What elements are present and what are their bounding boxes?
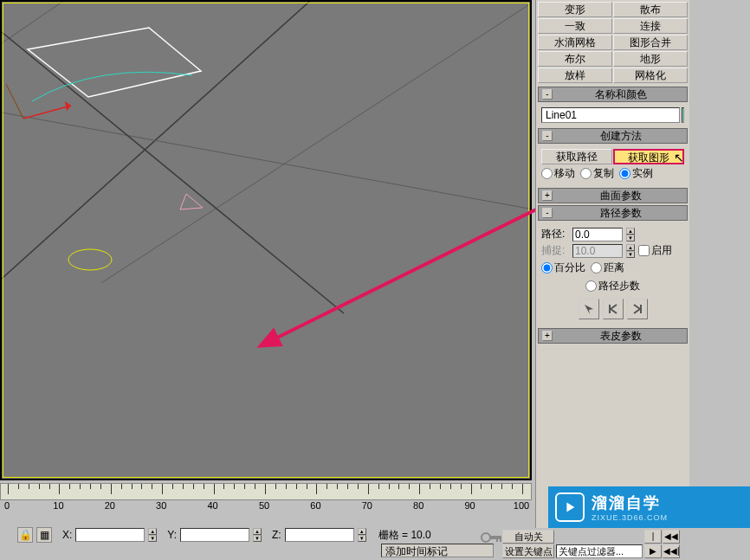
- rollout-title: 路径参数: [558, 206, 683, 221]
- lock-icon[interactable]: 🔒: [17, 527, 33, 543]
- enable-snap-checkbox[interactable]: [638, 245, 650, 256]
- x-spinner[interactable]: ▲▼: [148, 528, 157, 542]
- x-input[interactable]: [75, 528, 145, 542]
- selection-icon[interactable]: ▦: [36, 527, 52, 543]
- radio-percent-label: 百分比: [554, 261, 585, 275]
- logo-subtitle: ZIXUE.3D66.COM: [592, 513, 668, 522]
- z-label: Z:: [272, 529, 281, 541]
- y-input[interactable]: [180, 528, 249, 542]
- svg-marker-19: [566, 503, 574, 512]
- btn-blobmesh[interactable]: 水滴网格: [538, 35, 612, 50]
- svg-line-6: [23, 106, 71, 119]
- svg-point-13: [482, 533, 490, 542]
- key-filter-dropdown[interactable]: [556, 544, 643, 558]
- set-key-button[interactable]: 设置关键点: [502, 544, 554, 558]
- svg-marker-5: [28, 28, 201, 97]
- path-label: 路径:: [541, 227, 569, 241]
- btn-scatter[interactable]: 散布: [613, 2, 688, 17]
- svg-rect-16: [500, 536, 501, 542]
- goto-end-button[interactable]: ◀◀|: [663, 544, 680, 558]
- collapse-toggle[interactable]: -: [542, 208, 553, 218]
- rollout-skin-params[interactable]: + 表皮参数: [538, 328, 688, 344]
- object-color-swatch[interactable]: [682, 107, 684, 123]
- expand-toggle[interactable]: +: [542, 331, 553, 341]
- rollout-title: 创建方法: [558, 129, 683, 144]
- timeline-ruler[interactable]: 0102030405060708090100: [0, 483, 532, 509]
- get-shape-button[interactable]: 获取图形 ↖: [613, 149, 684, 164]
- ruler-label: 20: [105, 500, 115, 511]
- viewport-3d[interactable]: [0, 0, 532, 480]
- svg-line-3: [2, 113, 530, 209]
- y-label: Y:: [167, 529, 177, 541]
- svg-marker-7: [65, 101, 71, 111]
- watermark-banner: 溜溜自学 ZIXUE.3D66.COM: [548, 486, 750, 528]
- get-path-button[interactable]: 获取路径: [541, 149, 612, 164]
- btn-conform[interactable]: 一致: [538, 18, 612, 34]
- z-spinner[interactable]: ▲▼: [358, 528, 366, 542]
- svg-line-4: [2, 32, 344, 313]
- radio-instance-label: 实例: [632, 166, 653, 181]
- ruler-label: 50: [259, 500, 269, 511]
- ruler-label: 0: [4, 500, 10, 511]
- cursor-icon: ↖: [674, 151, 684, 164]
- collapse-toggle[interactable]: -: [542, 131, 553, 141]
- radio-pathsteps-label: 路径步数: [598, 279, 640, 293]
- btn-terrain[interactable]: 地形: [613, 51, 688, 67]
- pick-icon[interactable]: [579, 299, 599, 319]
- viewport-scene: [2, 2, 530, 479]
- radio-move-label: 移动: [554, 166, 575, 181]
- svg-point-10: [68, 249, 112, 270]
- next-path-icon[interactable]: [627, 299, 648, 319]
- prev-path-icon[interactable]: [603, 299, 624, 319]
- prev-frame-button[interactable]: ◀◀: [663, 530, 680, 544]
- auto-key-button[interactable]: 自动关键……: [502, 530, 554, 544]
- ruler-label: 90: [464, 500, 475, 511]
- x-label: X:: [62, 529, 72, 541]
- radio-instance[interactable]: [619, 168, 630, 179]
- ruler-label: 80: [413, 500, 423, 511]
- expand-toggle[interactable]: +: [542, 190, 553, 201]
- rollout-name-color[interactable]: - 名称和颜色: [538, 87, 688, 102]
- y-spinner[interactable]: ▲▼: [253, 528, 262, 542]
- get-shape-label: 获取图形: [628, 151, 669, 164]
- ruler-label: 70: [362, 500, 372, 511]
- btn-deform[interactable]: 变形: [538, 2, 612, 17]
- btn-boolean[interactable]: 布尔: [538, 51, 612, 67]
- animation-controls: 自动关键…… 设置关键点 |◀◀ ◀◀ ▶ ◀◀|: [502, 530, 750, 559]
- snap-spinner: ▲▼: [626, 244, 635, 258]
- rollout-surface-params[interactable]: + 曲面参数: [538, 188, 688, 203]
- play-button[interactable]: ▶: [644, 544, 662, 558]
- z-input[interactable]: [285, 528, 354, 542]
- radio-copy[interactable]: [580, 168, 592, 179]
- snap-value-input: [572, 244, 623, 258]
- rollout-title: 名称和颜色: [558, 87, 683, 102]
- btn-loft[interactable]: 放样: [538, 68, 612, 83]
- rollout-path-params[interactable]: - 路径参数: [538, 205, 688, 221]
- coordinate-bar: 🔒 ▦ X: ▲▼ Y: ▲▼ Z: ▲▼ 栅格 = 10.0: [0, 526, 476, 544]
- rollout-title: 表皮参数: [558, 329, 683, 344]
- ruler-label: 60: [310, 500, 320, 511]
- collapse-toggle[interactable]: -: [542, 89, 553, 100]
- radio-percent[interactable]: [541, 262, 553, 274]
- radio-copy-label: 复制: [593, 166, 614, 181]
- btn-connect[interactable]: 连接: [613, 18, 688, 34]
- radio-pathsteps[interactable]: [585, 280, 597, 292]
- goto-start-button[interactable]: |◀◀: [644, 530, 662, 544]
- path-value-input[interactable]: [572, 228, 623, 241]
- radio-distance[interactable]: [591, 262, 602, 274]
- svg-rect-15: [496, 536, 498, 542]
- radio-distance-label: 距离: [604, 261, 624, 275]
- radio-move[interactable]: [541, 168, 553, 179]
- svg-marker-9: [180, 194, 203, 209]
- play-logo-icon: [555, 492, 585, 522]
- rollout-create-method[interactable]: - 创建方法: [538, 128, 688, 144]
- snap-label: 捕捉:: [541, 243, 569, 258]
- btn-mesher[interactable]: 网格化: [613, 68, 688, 83]
- object-name-input[interactable]: [541, 107, 680, 123]
- compound-object-buttons: 变形 散布 一致 连接 水滴网格 图形合并 布尔 地形 放样 网格化: [538, 2, 688, 83]
- enable-label: 启用: [651, 243, 672, 258]
- btn-shapemerge[interactable]: 图形合并: [613, 35, 688, 50]
- path-spinner[interactable]: ▲▼: [626, 228, 635, 241]
- rollout-title: 曲面参数: [558, 189, 683, 203]
- ruler-label: 30: [156, 500, 166, 511]
